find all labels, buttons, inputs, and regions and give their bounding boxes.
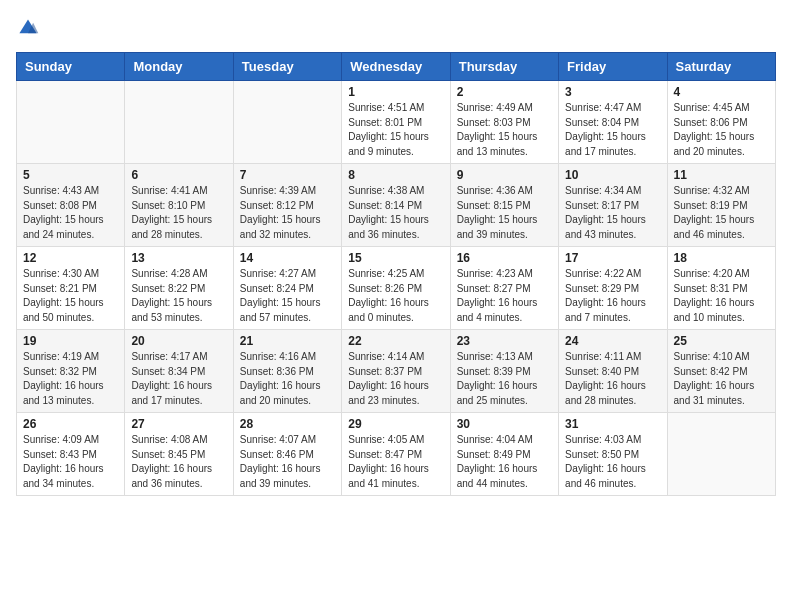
calendar-cell: 23Sunrise: 4:13 AM Sunset: 8:39 PM Dayli… xyxy=(450,330,558,413)
calendar-week-row: 5Sunrise: 4:43 AM Sunset: 8:08 PM Daylig… xyxy=(17,164,776,247)
calendar-week-row: 26Sunrise: 4:09 AM Sunset: 8:43 PM Dayli… xyxy=(17,413,776,496)
calendar-week-row: 19Sunrise: 4:19 AM Sunset: 8:32 PM Dayli… xyxy=(17,330,776,413)
calendar-cell: 4Sunrise: 4:45 AM Sunset: 8:06 PM Daylig… xyxy=(667,81,775,164)
day-info: Sunrise: 4:34 AM Sunset: 8:17 PM Dayligh… xyxy=(565,184,660,242)
calendar-cell: 24Sunrise: 4:11 AM Sunset: 8:40 PM Dayli… xyxy=(559,330,667,413)
calendar-cell: 16Sunrise: 4:23 AM Sunset: 8:27 PM Dayli… xyxy=(450,247,558,330)
calendar-cell: 31Sunrise: 4:03 AM Sunset: 8:50 PM Dayli… xyxy=(559,413,667,496)
calendar-cell: 3Sunrise: 4:47 AM Sunset: 8:04 PM Daylig… xyxy=(559,81,667,164)
day-number: 27 xyxy=(131,417,226,431)
weekday-header-thursday: Thursday xyxy=(450,53,558,81)
day-info: Sunrise: 4:30 AM Sunset: 8:21 PM Dayligh… xyxy=(23,267,118,325)
day-number: 21 xyxy=(240,334,335,348)
calendar-cell: 27Sunrise: 4:08 AM Sunset: 8:45 PM Dayli… xyxy=(125,413,233,496)
day-info: Sunrise: 4:05 AM Sunset: 8:47 PM Dayligh… xyxy=(348,433,443,491)
day-number: 8 xyxy=(348,168,443,182)
calendar-cell: 26Sunrise: 4:09 AM Sunset: 8:43 PM Dayli… xyxy=(17,413,125,496)
day-info: Sunrise: 4:16 AM Sunset: 8:36 PM Dayligh… xyxy=(240,350,335,408)
calendar-cell: 29Sunrise: 4:05 AM Sunset: 8:47 PM Dayli… xyxy=(342,413,450,496)
day-number: 30 xyxy=(457,417,552,431)
calendar-cell: 5Sunrise: 4:43 AM Sunset: 8:08 PM Daylig… xyxy=(17,164,125,247)
day-info: Sunrise: 4:27 AM Sunset: 8:24 PM Dayligh… xyxy=(240,267,335,325)
day-number: 22 xyxy=(348,334,443,348)
calendar-cell: 14Sunrise: 4:27 AM Sunset: 8:24 PM Dayli… xyxy=(233,247,341,330)
day-number: 24 xyxy=(565,334,660,348)
day-info: Sunrise: 4:03 AM Sunset: 8:50 PM Dayligh… xyxy=(565,433,660,491)
calendar-cell: 6Sunrise: 4:41 AM Sunset: 8:10 PM Daylig… xyxy=(125,164,233,247)
day-info: Sunrise: 4:22 AM Sunset: 8:29 PM Dayligh… xyxy=(565,267,660,325)
calendar-cell xyxy=(233,81,341,164)
day-number: 19 xyxy=(23,334,118,348)
calendar-table: SundayMondayTuesdayWednesdayThursdayFrid… xyxy=(16,52,776,496)
day-info: Sunrise: 4:13 AM Sunset: 8:39 PM Dayligh… xyxy=(457,350,552,408)
day-info: Sunrise: 4:08 AM Sunset: 8:45 PM Dayligh… xyxy=(131,433,226,491)
day-number: 16 xyxy=(457,251,552,265)
calendar-cell: 25Sunrise: 4:10 AM Sunset: 8:42 PM Dayli… xyxy=(667,330,775,413)
day-number: 7 xyxy=(240,168,335,182)
calendar-cell: 7Sunrise: 4:39 AM Sunset: 8:12 PM Daylig… xyxy=(233,164,341,247)
day-number: 31 xyxy=(565,417,660,431)
day-number: 2 xyxy=(457,85,552,99)
day-info: Sunrise: 4:07 AM Sunset: 8:46 PM Dayligh… xyxy=(240,433,335,491)
weekday-header-saturday: Saturday xyxy=(667,53,775,81)
day-number: 26 xyxy=(23,417,118,431)
day-info: Sunrise: 4:10 AM Sunset: 8:42 PM Dayligh… xyxy=(674,350,769,408)
day-number: 29 xyxy=(348,417,443,431)
day-info: Sunrise: 4:39 AM Sunset: 8:12 PM Dayligh… xyxy=(240,184,335,242)
day-number: 3 xyxy=(565,85,660,99)
calendar-cell: 9Sunrise: 4:36 AM Sunset: 8:15 PM Daylig… xyxy=(450,164,558,247)
calendar-cell: 12Sunrise: 4:30 AM Sunset: 8:21 PM Dayli… xyxy=(17,247,125,330)
calendar-cell: 1Sunrise: 4:51 AM Sunset: 8:01 PM Daylig… xyxy=(342,81,450,164)
day-number: 10 xyxy=(565,168,660,182)
day-info: Sunrise: 4:36 AM Sunset: 8:15 PM Dayligh… xyxy=(457,184,552,242)
calendar-cell xyxy=(17,81,125,164)
day-info: Sunrise: 4:32 AM Sunset: 8:19 PM Dayligh… xyxy=(674,184,769,242)
day-number: 9 xyxy=(457,168,552,182)
day-number: 25 xyxy=(674,334,769,348)
calendar-cell xyxy=(125,81,233,164)
calendar-cell: 18Sunrise: 4:20 AM Sunset: 8:31 PM Dayli… xyxy=(667,247,775,330)
calendar-cell: 8Sunrise: 4:38 AM Sunset: 8:14 PM Daylig… xyxy=(342,164,450,247)
day-info: Sunrise: 4:45 AM Sunset: 8:06 PM Dayligh… xyxy=(674,101,769,159)
day-info: Sunrise: 4:38 AM Sunset: 8:14 PM Dayligh… xyxy=(348,184,443,242)
day-info: Sunrise: 4:49 AM Sunset: 8:03 PM Dayligh… xyxy=(457,101,552,159)
day-number: 17 xyxy=(565,251,660,265)
day-number: 13 xyxy=(131,251,226,265)
weekday-header-wednesday: Wednesday xyxy=(342,53,450,81)
day-number: 1 xyxy=(348,85,443,99)
day-info: Sunrise: 4:51 AM Sunset: 8:01 PM Dayligh… xyxy=(348,101,443,159)
calendar-week-row: 12Sunrise: 4:30 AM Sunset: 8:21 PM Dayli… xyxy=(17,247,776,330)
calendar-cell: 22Sunrise: 4:14 AM Sunset: 8:37 PM Dayli… xyxy=(342,330,450,413)
day-number: 20 xyxy=(131,334,226,348)
day-number: 28 xyxy=(240,417,335,431)
day-number: 14 xyxy=(240,251,335,265)
day-info: Sunrise: 4:28 AM Sunset: 8:22 PM Dayligh… xyxy=(131,267,226,325)
day-info: Sunrise: 4:20 AM Sunset: 8:31 PM Dayligh… xyxy=(674,267,769,325)
day-info: Sunrise: 4:14 AM Sunset: 8:37 PM Dayligh… xyxy=(348,350,443,408)
calendar-cell: 20Sunrise: 4:17 AM Sunset: 8:34 PM Dayli… xyxy=(125,330,233,413)
calendar-cell: 19Sunrise: 4:19 AM Sunset: 8:32 PM Dayli… xyxy=(17,330,125,413)
weekday-header-row: SundayMondayTuesdayWednesdayThursdayFrid… xyxy=(17,53,776,81)
page-header xyxy=(16,16,776,40)
day-number: 23 xyxy=(457,334,552,348)
weekday-header-sunday: Sunday xyxy=(17,53,125,81)
day-info: Sunrise: 4:23 AM Sunset: 8:27 PM Dayligh… xyxy=(457,267,552,325)
day-info: Sunrise: 4:47 AM Sunset: 8:04 PM Dayligh… xyxy=(565,101,660,159)
calendar-cell: 15Sunrise: 4:25 AM Sunset: 8:26 PM Dayli… xyxy=(342,247,450,330)
day-number: 12 xyxy=(23,251,118,265)
day-info: Sunrise: 4:19 AM Sunset: 8:32 PM Dayligh… xyxy=(23,350,118,408)
calendar-cell: 13Sunrise: 4:28 AM Sunset: 8:22 PM Dayli… xyxy=(125,247,233,330)
day-info: Sunrise: 4:41 AM Sunset: 8:10 PM Dayligh… xyxy=(131,184,226,242)
calendar-cell: 10Sunrise: 4:34 AM Sunset: 8:17 PM Dayli… xyxy=(559,164,667,247)
day-info: Sunrise: 4:04 AM Sunset: 8:49 PM Dayligh… xyxy=(457,433,552,491)
day-info: Sunrise: 4:25 AM Sunset: 8:26 PM Dayligh… xyxy=(348,267,443,325)
calendar-cell: 2Sunrise: 4:49 AM Sunset: 8:03 PM Daylig… xyxy=(450,81,558,164)
day-info: Sunrise: 4:43 AM Sunset: 8:08 PM Dayligh… xyxy=(23,184,118,242)
calendar-cell: 28Sunrise: 4:07 AM Sunset: 8:46 PM Dayli… xyxy=(233,413,341,496)
logo-icon xyxy=(16,16,40,40)
day-number: 6 xyxy=(131,168,226,182)
day-info: Sunrise: 4:09 AM Sunset: 8:43 PM Dayligh… xyxy=(23,433,118,491)
calendar-cell: 17Sunrise: 4:22 AM Sunset: 8:29 PM Dayli… xyxy=(559,247,667,330)
calendar-cell: 21Sunrise: 4:16 AM Sunset: 8:36 PM Dayli… xyxy=(233,330,341,413)
day-number: 4 xyxy=(674,85,769,99)
